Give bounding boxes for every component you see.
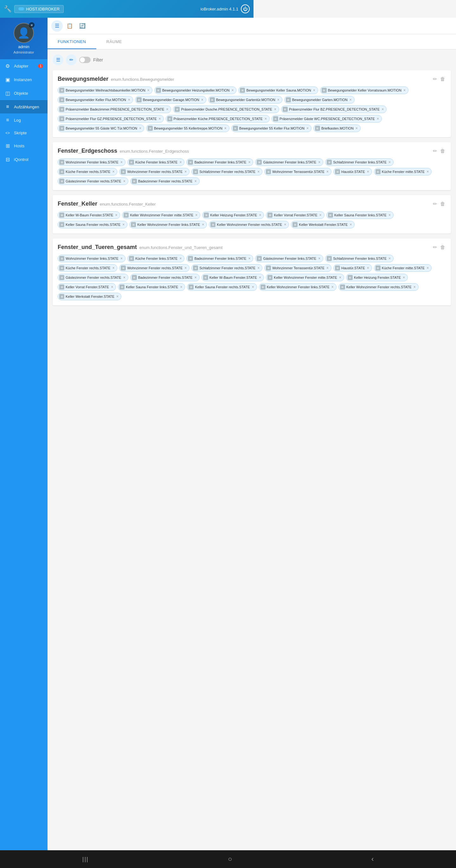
sidebar-item-hosts[interactable]: ⊞ Hosts [0, 139, 48, 153]
host-button[interactable]: HOST.IDBROKER [14, 5, 64, 13]
power-icon[interactable]: ⏻ [241, 4, 250, 13]
card-view-button[interactable]: 📋 [64, 20, 75, 32]
tag-remove-button[interactable]: × [248, 160, 250, 164]
list-item: ⊞Bewegungsmelder Weihnachtsbaumkeller.MO… [58, 87, 152, 94]
tag-remove-button[interactable]: × [194, 179, 197, 183]
tag-label: Schlafzimmer Fenster rechts.STATE [199, 170, 253, 174]
filter-toggle[interactable] [79, 57, 91, 63]
tag-remove-button[interactable]: × [116, 294, 119, 299]
tab-raeume[interactable]: RÄUME [96, 35, 132, 49]
refresh-button[interactable]: 🔄 [77, 20, 88, 32]
card-enum-id-fenster_keller: enum.functions.Fenster_Keller [100, 202, 156, 207]
list-item: ⊞Küche Fenster links.STATE× [127, 255, 185, 262]
adapter-label: Adapter [14, 64, 29, 68]
tag-remove-button[interactable]: × [231, 88, 234, 92]
admin-role: Administrator [13, 50, 34, 54]
wrench-icon[interactable]: 🔧 [4, 5, 12, 13]
sidebar: 👤 ✕ admin Administrator ⚙ Adapter 1 ▣ In… [0, 18, 48, 868]
tag-remove-button[interactable]: × [184, 170, 187, 174]
tag-remove-button[interactable]: × [120, 257, 123, 260]
instanzen-label: Instanzen [14, 77, 32, 82]
sidebar-item-skripte[interactable]: <> Skripte [0, 127, 48, 139]
tag-label: Bewegungsmelder 55 Gäste WC Tür.MOTION [66, 126, 137, 130]
sidebar-item-log[interactable]: ≡ Log [0, 114, 48, 127]
tag-remove-button[interactable]: × [115, 213, 117, 217]
list-item: ⊞Badezimmer Fenster links.STATE× [186, 255, 253, 262]
tag-remove-button[interactable]: × [139, 126, 141, 130]
tag-remove-button[interactable]: × [194, 276, 197, 279]
tag-icon: ⊞ [121, 169, 126, 174]
menu-nav-button[interactable]: ||| [82, 856, 89, 863]
card-enum-id-fenster_erdgeschoss: enum.functions.Fenster_Erdgeschoss [120, 149, 189, 154]
list-item: ⊞Bewegungsmelder 55 Keller Flur.MOTION× [231, 124, 253, 132]
tag-icon: ⊞ [188, 284, 193, 289]
tag-icon: ⊞ [132, 179, 137, 184]
tag-remove-button[interactable]: × [123, 179, 125, 183]
tag-remove-button[interactable]: × [123, 276, 125, 279]
tag-label: Keller Wohnzimmer Fenster rechts.STATE [217, 223, 253, 226]
tag-label: Keller Sauna Fenster rechts.STATE [66, 223, 120, 226]
list-item: ⊞Wohnzimmer Fenster rechts.STATE× [119, 264, 189, 272]
tag-remove-button[interactable]: × [180, 285, 182, 289]
tag-remove-button[interactable]: × [111, 285, 113, 289]
filter-input[interactable] [93, 57, 253, 62]
tag-icon: ⊞ [59, 284, 64, 289]
tag-remove-button[interactable]: × [122, 223, 125, 226]
tag-label: Bewegungsmelder 55 Kellertreppe.MOTION [154, 126, 222, 130]
main-content: ☰ ✏ Bewegungsmelderenum.functions.Bewegu… [48, 50, 253, 315]
tag-remove-button[interactable]: × [112, 266, 114, 270]
tag-icon: ⊞ [59, 126, 64, 131]
home-nav-button[interactable]: ○ [228, 855, 232, 863]
tag-remove-button[interactable]: × [147, 88, 150, 92]
cards-container: Bewegungsmelderenum.functions.Bewegungsm… [53, 70, 253, 305]
tag-remove-button[interactable]: × [248, 257, 250, 260]
tag-remove-button[interactable]: × [202, 223, 204, 226]
tag-remove-button[interactable]: × [179, 160, 182, 164]
sidebar-item-iqontrol[interactable]: ⊟ iQontrol [0, 153, 48, 166]
close-icon[interactable]: ✕ [29, 22, 34, 28]
list-item: ⊞Präsenzmelder Dusche.PRESENCE_DETECTION… [173, 105, 253, 113]
list-item: ⊞Bewegungsmelder 55 Kellertreppe.MOTION× [146, 124, 230, 132]
tag-remove-button[interactable]: × [159, 117, 161, 121]
tag-label: Keller Heizung Fenster.STATE [210, 213, 253, 217]
tag-icon: ⊞ [156, 88, 161, 93]
admin-name: admin [18, 44, 29, 49]
list-item: ⊞Keller Sauna Fenster links.STATE× [118, 283, 185, 291]
list-item: ⊞Präsenzmelder Badezimmer.PRESENCE_DETEC… [58, 105, 171, 113]
header-bar: 🔧 HOST.IDBROKER ioBroker.admin 4.1.1 ⏻ [0, 0, 253, 18]
tag-remove-button[interactable]: × [201, 98, 204, 102]
header-left: 🔧 HOST.IDBROKER [4, 5, 64, 13]
tag-remove-button[interactable]: × [184, 266, 187, 270]
sidebar-item-objekte[interactable]: ◫ Objekte [0, 87, 48, 100]
card-header-fenster_erdgeschoss: Fenster_Erdgeschossenum.functions.Fenste… [58, 147, 253, 155]
tag-label: Bewegungsmelder Garage.MOTION [143, 98, 199, 102]
tag-icon: ⊞ [188, 160, 193, 165]
tag-remove-button[interactable]: × [166, 107, 168, 111]
tag-icon: ⊞ [59, 116, 64, 121]
tag-remove-button[interactable]: × [224, 126, 226, 130]
tag-label: Präsenzmelder Flur GZ.PRESENCE_DETECTION… [66, 117, 157, 121]
tag-remove-button[interactable]: × [112, 170, 114, 174]
sidebar-item-adapter[interactable]: ⚙ Adapter 1 [0, 59, 48, 73]
tag-remove-button[interactable]: × [179, 257, 182, 260]
iqontrol-label: iQontrol [14, 157, 29, 162]
list-view-button[interactable]: ☰ [51, 20, 63, 32]
edit-filter-button[interactable]: ✏ [66, 55, 77, 65]
adapter-icon: ⚙ [4, 63, 11, 69]
list-item: ⊞Badezimmer Fenster rechts.STATE× [130, 177, 200, 185]
tag-label: Bewegungsmelder 55 Keller Flur.MOTION [239, 126, 253, 130]
tag-remove-button[interactable]: × [128, 98, 130, 102]
tag-remove-button[interactable]: × [195, 213, 197, 217]
card-title-bewegungsmelder: Bewegungsmelder [58, 76, 109, 82]
add-filter-button[interactable]: ☰ [53, 55, 63, 65]
tag-label: Bewegungsmelder Weihnachtsbaumkeller.MOT… [66, 88, 146, 92]
sidebar-item-aufzaehlungen[interactable]: ≡ Aufzählungen [0, 100, 48, 114]
tag-icon: ⊞ [124, 213, 129, 218]
tag-remove-button[interactable]: × [252, 285, 253, 289]
tag-remove-button[interactable]: × [120, 160, 123, 164]
skripte-icon: <> [4, 131, 11, 135]
tag-label: Küche Fenster links.STATE [135, 257, 178, 260]
sidebar-item-instanzen[interactable]: ▣ Instanzen [0, 73, 48, 87]
tag-label: Badezimmer Fenster rechts.STATE [138, 179, 193, 183]
tab-funktionen[interactable]: FUNKTIONEN [48, 35, 96, 49]
